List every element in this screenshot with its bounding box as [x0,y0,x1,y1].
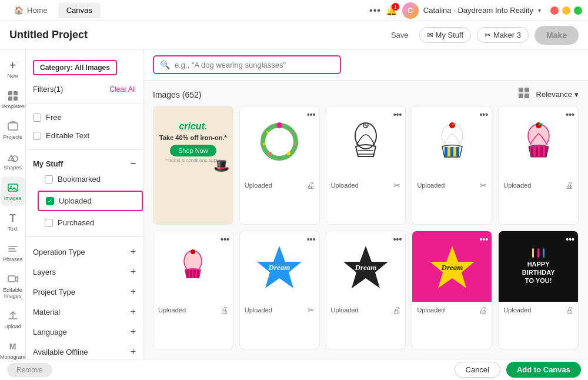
image-card-5-action-icon[interactable]: 🖨 [220,305,228,315]
image-card-2-action-icon[interactable]: ✂ [393,181,400,190]
svg-rect-3 [14,96,18,101]
material-expand[interactable]: Material + [26,302,143,322]
image-card-3-action-icon[interactable]: ✂ [480,181,487,190]
image-card-7[interactable]: ••• Dream Uploaded 🖨 [326,231,406,349]
free-checkbox[interactable] [33,114,41,122]
remove-button[interactable]: Remove [7,363,52,377]
image-card-7-preview: ••• Dream [326,231,406,302]
image-card-1-action-icon[interactable]: 🖨 [306,181,315,190]
maker3-button[interactable]: ✂ Maker 3 [477,27,529,43]
save-button[interactable]: Save [386,28,413,42]
project-type-expand[interactable]: Project Type + [26,282,143,302]
dream-pink-image: Dream [429,243,476,290]
filter-header: Filters(1) Clear All [26,80,143,98]
uploaded-checkbox[interactable] [46,197,54,205]
sidebar-item-new[interactable]: + New [1,54,25,84]
available-offline-expand[interactable]: Available Offline + [26,342,143,359]
image-card-6-more-button[interactable]: ••• [307,235,316,244]
svg-rect-1 [14,91,18,95]
image-card-9-more-button[interactable]: ••• [566,235,574,244]
svg-rect-40 [536,147,538,156]
ad-shop-button[interactable]: Shop Now [170,145,216,156]
image-card-6-action-icon[interactable]: ✂ [308,305,315,315]
image-card-8-action-icon[interactable]: 🖨 [479,305,487,315]
more-menu-button[interactable]: ••• [369,5,381,16]
my-stuff-button[interactable]: ✉ My Stuff [419,27,471,43]
image-card-8-more-button[interactable]: ••• [479,235,488,244]
home-icon: 🏠 [14,6,24,15]
image-card-8[interactable]: ••• Dream Uploaded 🖨 [412,231,492,349]
my-stuff-collapse-button[interactable]: − [131,158,136,169]
divider-1 [26,103,143,104]
make-button[interactable]: Make [534,26,579,45]
available-offline-label: Available Offline [33,348,88,356]
bookmarked-filter-row[interactable]: Bookmarked [45,172,136,186]
image-card-5-label: Uploaded [158,306,186,314]
candles-row [532,248,544,258]
chevron-down-icon[interactable]: ▾ [538,7,541,14]
purchased-checkbox[interactable] [45,219,53,227]
free-filter-row[interactable]: Free [33,111,136,124]
editable-text-filter-row[interactable]: Editable Text [33,129,136,142]
image-card-7-action-icon[interactable]: 🖨 [392,305,400,315]
sidebar-item-projects[interactable]: Projects [1,115,25,145]
image-card-4-bottom: Uploaded 🖨 [499,177,578,194]
sidebar-item-images[interactable]: Images [1,176,25,206]
image-card-2[interactable]: ••• Uploaded ✂ [326,106,406,225]
add-to-canvas-button[interactable]: Add to Canvas [506,362,581,378]
image-card-4[interactable]: ••• Upl [498,106,579,225]
images-grid: cricut. Take 40% off iron-on.* Shop Now … [143,106,588,359]
category-badge[interactable]: Category: All Images [33,60,117,75]
purchased-filter-row[interactable]: Purchased [45,216,136,229]
image-card-1[interactable]: ••• [239,106,320,225]
ad-card[interactable]: cricut. Take 40% off iron-on.* Shop Now … [153,106,233,225]
cancel-button[interactable]: Cancel [455,362,500,378]
sidebar-item-text[interactable]: T Text [1,207,25,236]
uploaded-filter-row[interactable]: Uploaded [46,194,135,208]
sidebar-item-upload[interactable]: Upload [1,305,25,334]
bookmarked-checkbox[interactable] [45,175,53,184]
svg-point-21 [278,156,281,161]
window-minimize-button[interactable] [562,6,570,15]
window-maximize-button[interactable] [574,6,582,15]
sidebar-item-shapes[interactable]: Shapes [1,146,25,175]
clear-all-button[interactable]: Clear All [109,85,136,94]
image-card-6-label: Uploaded [245,306,272,314]
sort-button[interactable]: Relevance ▾ [536,90,579,99]
sidebar-item-monogram[interactable]: M Monogram [1,335,25,365]
sidebar-item-editable-images[interactable]: Editable Images [1,268,25,304]
editable-text-checkbox[interactable] [33,132,41,140]
image-card-3[interactable]: ••• [412,106,492,225]
sidebar-icons: + New Templates Projects Shapes Images [0,49,26,359]
dream-black-image: Dream [342,243,389,290]
notification-button[interactable]: 🔔 1 [386,5,397,16]
free-filter-left: Free [33,113,62,122]
language-expand[interactable]: Language + [26,322,143,342]
operation-type-expand[interactable]: Operation Type + [26,242,143,262]
svg-text:Dream: Dream [355,263,377,272]
image-card-6[interactable]: ••• Dream Uploaded ✂ [239,231,320,349]
svg-rect-2 [8,96,12,101]
image-card-4-action-icon[interactable]: 🖨 [565,181,573,190]
image-card-1-more-button[interactable]: ••• [307,110,316,119]
sidebar-item-templates[interactable]: Templates [1,85,25,114]
available-offline-expand-icon: + [131,346,136,357]
svg-rect-48 [197,270,199,278]
tab-canvas[interactable]: Canvas [58,2,101,18]
image-card-3-more-button[interactable]: ••• [479,110,488,119]
image-card-7-more-button[interactable]: ••• [393,235,402,244]
image-card-9[interactable]: ••• HAPPYBIRTHDAYTO YOU! Uploaded 🖨 [498,231,579,349]
image-card-5-more-button[interactable]: ••• [220,235,229,244]
svg-point-22 [268,152,272,155]
sidebar-item-phrases[interactable]: Phrases [1,238,25,267]
image-card-9-action-icon[interactable]: 🖨 [565,305,573,315]
search-input[interactable] [175,61,334,69]
tab-home[interactable]: 🏠 Home [6,2,56,18]
image-card-2-more-button[interactable]: ••• [393,110,402,119]
grid-view-button[interactable] [517,86,530,102]
window-close-button[interactable] [550,6,559,15]
layers-expand[interactable]: Layers + [26,262,143,282]
image-card-4-more-button[interactable]: ••• [566,110,574,119]
editable-images-icon [6,273,19,286]
image-card-5[interactable]: ••• Uploaded 🖨 [153,231,233,349]
